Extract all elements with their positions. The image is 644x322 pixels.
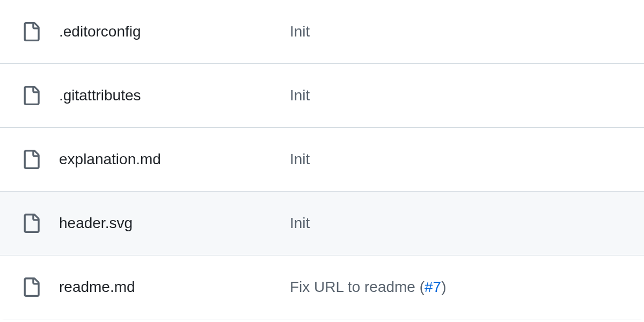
commit-message-link[interactable]: Init xyxy=(290,215,623,232)
file-name-link[interactable]: readme.md xyxy=(59,279,290,296)
file-icon-cell xyxy=(21,84,59,107)
file-name-link[interactable]: .gitattributes xyxy=(59,87,290,104)
file-row[interactable]: .editorconfig Init xyxy=(0,0,644,64)
file-row[interactable]: .gitattributes Init xyxy=(0,64,644,128)
file-icon-cell xyxy=(21,20,59,43)
commit-message-text: Fix URL to readme ( xyxy=(290,279,425,295)
file-row[interactable]: explanation.md Init xyxy=(0,128,644,192)
commit-message-link[interactable]: Init xyxy=(290,23,623,40)
file-name-link[interactable]: header.svg xyxy=(59,215,290,232)
file-list: .editorconfig Init .gitattributes Init e… xyxy=(0,0,644,319)
file-icon xyxy=(21,20,41,43)
file-icon xyxy=(21,211,41,235)
file-name-link[interactable]: .editorconfig xyxy=(59,23,290,40)
commit-message-suffix: ) xyxy=(441,279,446,295)
file-row[interactable]: readme.md Fix URL to readme (#7) xyxy=(0,255,644,319)
file-icon xyxy=(21,148,41,171)
file-icon xyxy=(21,84,41,107)
commit-message-link[interactable]: Init xyxy=(290,87,623,104)
file-icon-cell xyxy=(21,148,59,171)
file-name-link[interactable]: explanation.md xyxy=(59,151,290,168)
issue-reference-link[interactable]: #7 xyxy=(425,279,441,295)
file-icon-cell xyxy=(21,211,59,235)
commit-message-link[interactable]: Init xyxy=(290,151,623,168)
file-icon-cell xyxy=(21,275,59,299)
file-row[interactable]: header.svg Init xyxy=(0,192,644,255)
file-icon xyxy=(21,275,41,299)
commit-message-link[interactable]: Fix URL to readme (#7) xyxy=(290,279,623,296)
